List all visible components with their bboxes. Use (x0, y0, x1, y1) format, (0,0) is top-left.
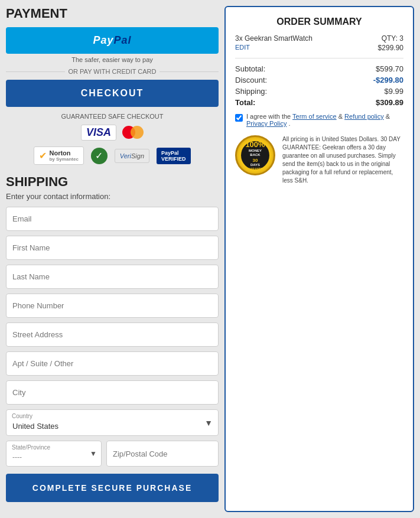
shipping-row: Shipping: $9.99 (235, 87, 403, 96)
payment-section: PAYMENT PayPal The safer, easier way to … (6, 6, 219, 165)
apt-field[interactable] (6, 351, 219, 376)
country-label: Country (12, 413, 32, 419)
total-value: $309.89 (376, 98, 403, 107)
badge-money: MONEYBACK (249, 149, 262, 157)
paypal-logo: PayPal (93, 34, 131, 47)
order-item-qty: QTY: 3 (382, 34, 403, 43)
zip-field[interactable] (106, 441, 219, 467)
verified-check-icon: ✓ (91, 148, 108, 164)
total-row: Total: $309.89 (235, 98, 403, 107)
contact-info-label: Enter your contact information: (6, 192, 219, 201)
mastercard-logo (122, 126, 144, 140)
shipping-value: $9.99 (384, 87, 403, 96)
guarantee-text: All pricing is in United States Dollars.… (282, 135, 403, 185)
shipping-section: SHIPPING Enter your contact information:… (6, 174, 219, 502)
paypal-tagline: The safer, easier way to pay (6, 56, 219, 63)
refund-link[interactable]: Refund policy (344, 113, 384, 120)
paypal-verified-badge: PayPalVERIFIED (157, 148, 191, 164)
edit-link[interactable]: EDIT (235, 44, 250, 52)
order-summary-title: ORDER SUMMARY (235, 17, 403, 27)
state-zip-row: State/Province ---- Alabama Alaska Calif… (6, 441, 219, 467)
discount-value: -$299.80 (373, 76, 403, 84)
paypal-button[interactable]: PayPal (6, 27, 219, 54)
norton-text: Norton by Symantec (49, 149, 78, 162)
order-edit-price-row: EDIT $299.90 (235, 44, 403, 52)
badge-guarantee-label: GUARANTEE (246, 167, 265, 171)
guaranteed-label: GUARANTEED SAFE CHECKOUT (6, 113, 219, 120)
agree-text: I agree with the Term of service & Refun… (246, 113, 403, 127)
state-select-wrapper: State/Province ---- Alabama Alaska Calif… (6, 441, 102, 467)
country-select[interactable]: United States Canada United Kingdom Aust… (6, 409, 219, 436)
street-address-field[interactable] (6, 322, 219, 347)
badge-days: 30 (253, 158, 258, 164)
subtotal-label: Subtotal: (235, 64, 265, 73)
order-divider (235, 58, 403, 58)
or-divider: OR PAY WITH CREDIT CARD (6, 68, 219, 75)
verisign-badge: VeriSign (115, 149, 149, 163)
shipping-label: Shipping: (235, 87, 267, 96)
order-item-name: 3x Geekran SmartWatch (235, 34, 312, 43)
last-name-field[interactable] (6, 265, 219, 289)
left-column: PAYMENT PayPal The safer, easier way to … (6, 6, 219, 512)
complete-purchase-button[interactable]: COMPLETE SECURE PURCHASE (6, 474, 219, 502)
checkout-button[interactable]: CHECKOUT (6, 80, 219, 107)
country-select-wrapper: Country United States Canada United King… (6, 409, 219, 436)
state-label: State/Province (12, 444, 50, 451)
badge-days-label: DAYS (250, 163, 260, 167)
order-item-row: 3x Geekran SmartWatch QTY: 3 (235, 34, 403, 43)
order-summary-panel: ORDER SUMMARY 3x Geekran SmartWatch QTY:… (224, 6, 414, 512)
agree-checkbox[interactable] (235, 114, 243, 122)
discount-row: Discount: -$299.80 (235, 76, 403, 84)
discount-label: Discount: (235, 76, 267, 84)
tos-link[interactable]: Term of service (292, 113, 337, 120)
norton-badge: ✔ Norton by Symantec (34, 146, 83, 165)
phone-field[interactable] (6, 294, 219, 318)
payment-title: PAYMENT (6, 6, 219, 21)
agree-row: I agree with the Term of service & Refun… (235, 113, 403, 127)
norton-check-icon: ✔ (39, 150, 47, 161)
guarantee-badge: 100% MONEYBACK 30 DAYS GUARANTEE (235, 135, 276, 177)
guarantee-box: 100% MONEYBACK 30 DAYS GUARANTEE All pri… (235, 135, 403, 185)
shipping-title: SHIPPING (6, 174, 219, 190)
privacy-link[interactable]: Privacy Policy (246, 120, 286, 127)
order-item-price: $299.90 (378, 44, 403, 52)
visa-logo: VISA (81, 125, 116, 141)
total-label: Total: (235, 98, 255, 107)
subtotal-row: Subtotal: $599.70 (235, 64, 403, 73)
city-field[interactable] (6, 380, 219, 405)
subtotal-value: $599.70 (376, 64, 403, 73)
card-logos: VISA (6, 125, 219, 141)
first-name-field[interactable] (6, 236, 219, 260)
badge-pct: 100% (245, 140, 265, 149)
email-field[interactable] (6, 207, 219, 231)
security-logos: ✔ Norton by Symantec ✓ VeriSign PayPalVE… (6, 146, 219, 165)
